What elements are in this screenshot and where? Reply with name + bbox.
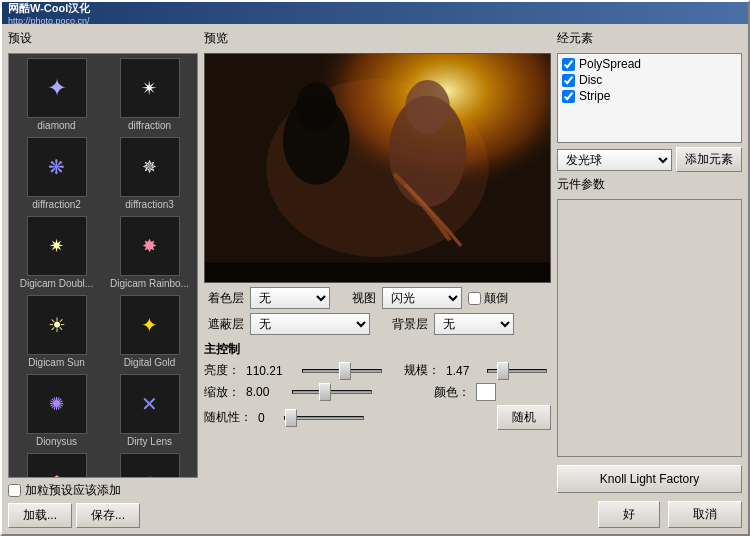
elements-list[interactable]: PolySpread Disc Stripe — [557, 53, 742, 143]
stripe-name: Stripe — [579, 89, 610, 103]
diffraction3-icon — [142, 156, 157, 178]
color-label: 颜色： — [434, 384, 470, 401]
preset-name-diffraction: diffraction — [128, 120, 171, 131]
preset-thumbnail-dionysus — [27, 374, 87, 434]
stripe-checkbox[interactable] — [562, 90, 575, 103]
preset-item-diamond[interactable]: diamond — [11, 56, 102, 133]
brightness-value: 110.21 — [246, 364, 296, 378]
distant-icon — [142, 472, 158, 478]
preset-name-diffraction3: diffraction3 — [125, 199, 174, 210]
save-button[interactable]: 保存... — [76, 503, 140, 528]
bg-layer-dropdown[interactable]: 无 — [434, 313, 514, 335]
polyspread-name: PolySpread — [579, 57, 641, 71]
preset-thumbnail-dirty-lens — [120, 374, 180, 434]
preset-item-dirty-lens[interactable]: Dirty Lens — [104, 372, 195, 449]
element-polyspread[interactable]: PolySpread — [560, 56, 739, 72]
preview-svg — [205, 54, 550, 282]
random-button[interactable]: 随机 — [497, 405, 551, 430]
preset-grid-container[interactable]: diamond diffraction diffraction2 — [8, 53, 198, 478]
title-bar: 网酷W-Cool汉化 http://photo.poco.cn/ — [2, 2, 748, 24]
preset-item-diffraction[interactable]: diffraction — [104, 56, 195, 133]
element-disc[interactable]: Disc — [560, 72, 739, 88]
flip-label: 颠倒 — [484, 290, 508, 307]
knoll-button[interactable]: Knoll Light Factory — [557, 465, 742, 493]
mask-layer-dropdown[interactable]: 无 — [250, 313, 370, 335]
flip-checkbox[interactable] — [468, 292, 481, 305]
preset-item-discovery[interactable]: Discovery — [11, 451, 102, 478]
polyspread-checkbox[interactable] — [562, 58, 575, 71]
mask-layer-label: 遮蔽层 — [204, 316, 244, 333]
add-element-row: 发光球 添加元素 — [557, 147, 742, 172]
preset-grid: diamond diffraction diffraction2 — [9, 54, 197, 478]
right-panel: 经元素 PolySpread Disc Stripe 发光 — [557, 30, 742, 528]
digicam-rainbow-icon — [142, 235, 157, 257]
preset-name-digicam-double: Digicam Doubl... — [20, 278, 93, 289]
brightness-row: 亮度： 110.21 规模： 1.47 — [204, 362, 551, 379]
preset-name-dionysus: Dionysus — [36, 436, 77, 447]
preset-name-digicam-rainbow: Digicam Rainbo... — [110, 278, 189, 289]
preset-panel: 预设 diamond diffraction — [8, 30, 198, 528]
title-bar-text: 网酷W-Cool汉化 http://photo.poco.cn/ — [8, 1, 90, 26]
emitter-dropdown[interactable]: 发光球 — [557, 149, 672, 171]
add-preset-row: 加粒预设应该添加 — [8, 482, 198, 499]
preset-thumbnail-discovery — [27, 453, 87, 478]
flip-checkbox-label[interactable]: 颠倒 — [468, 290, 508, 307]
preview-image — [204, 53, 551, 283]
view-label: 视图 — [352, 290, 376, 307]
preset-item-diffraction2[interactable]: diffraction2 — [11, 135, 102, 212]
svg-rect-7 — [205, 263, 550, 282]
preset-item-digital-gold[interactable]: Digital Gold — [104, 293, 195, 370]
digicam-sun-icon — [48, 313, 66, 337]
elements-label: 经元素 — [557, 30, 742, 47]
color-layer-dropdown[interactable]: 无 — [250, 287, 330, 309]
app-title: 网酷W-Cool汉化 — [8, 1, 90, 16]
preset-item-diffraction3[interactable]: diffraction3 — [104, 135, 195, 212]
dirty-lens-icon — [141, 392, 158, 416]
preset-thumbnail-diffraction3 — [120, 137, 180, 197]
scale-value: 1.47 — [446, 364, 481, 378]
preset-thumbnail-digital-gold — [120, 295, 180, 355]
view-dropdown[interactable]: 闪光 — [382, 287, 462, 309]
color-layer-row: 着色层 无 视图 闪光 颠倒 — [204, 287, 551, 309]
preset-item-dionysus[interactable]: Dionysus — [11, 372, 102, 449]
master-control-label: 主控制 — [204, 341, 551, 358]
load-button[interactable]: 加载... — [8, 503, 72, 528]
zoom-row: 缩放： 8.00 颜色： — [204, 383, 551, 401]
preset-thumbnail-diffraction2 — [27, 137, 87, 197]
preset-thumbnail-digicam-sun — [27, 295, 87, 355]
preview-panel: 预览 — [204, 30, 551, 528]
digital-gold-icon — [141, 313, 158, 337]
random-slider[interactable] — [284, 416, 364, 420]
random-label: 随机性： — [204, 409, 252, 426]
diffraction-icon — [141, 76, 158, 100]
preset-item-digicam-double[interactable]: Digicam Doubl... — [11, 214, 102, 291]
ok-button[interactable]: 好 — [598, 501, 660, 528]
cancel-button[interactable]: 取消 — [668, 501, 742, 528]
params-label: 元件参数 — [557, 176, 742, 193]
diffraction2-icon — [48, 155, 65, 179]
element-stripe[interactable]: Stripe — [560, 88, 739, 104]
zoom-label: 缩放： — [204, 384, 240, 401]
main-content: 预设 diamond diffraction — [2, 24, 748, 534]
preset-item-digicam-sun[interactable]: Digicam Sun — [11, 293, 102, 370]
bg-layer-label: 背景层 — [392, 316, 428, 333]
preset-item-digicam-rainbow[interactable]: Digicam Rainbo... — [104, 214, 195, 291]
brightness-slider[interactable] — [302, 369, 382, 373]
dialog-buttons: 好 取消 — [557, 501, 742, 528]
preset-thumbnail-digicam-double — [27, 216, 87, 276]
preset-thumbnail-distant — [120, 453, 180, 478]
random-value: 0 — [258, 411, 278, 425]
preset-name-digital-gold: Digital Gold — [124, 357, 176, 368]
diamond-icon — [47, 74, 67, 102]
preset-item-distant[interactable]: Distant — [104, 451, 195, 478]
add-preset-checkbox[interactable] — [8, 484, 21, 497]
add-element-button[interactable]: 添加元素 — [676, 147, 742, 172]
add-preset-label: 加粒预设应该添加 — [25, 482, 121, 499]
disc-checkbox[interactable] — [562, 74, 575, 87]
zoom-slider[interactable] — [292, 390, 372, 394]
preset-name-dirty-lens: Dirty Lens — [127, 436, 172, 447]
random-row: 随机性： 0 随机 — [204, 405, 551, 430]
scale-slider[interactable] — [487, 369, 547, 373]
color-swatch[interactable] — [476, 383, 496, 401]
dionysus-icon — [49, 393, 64, 415]
